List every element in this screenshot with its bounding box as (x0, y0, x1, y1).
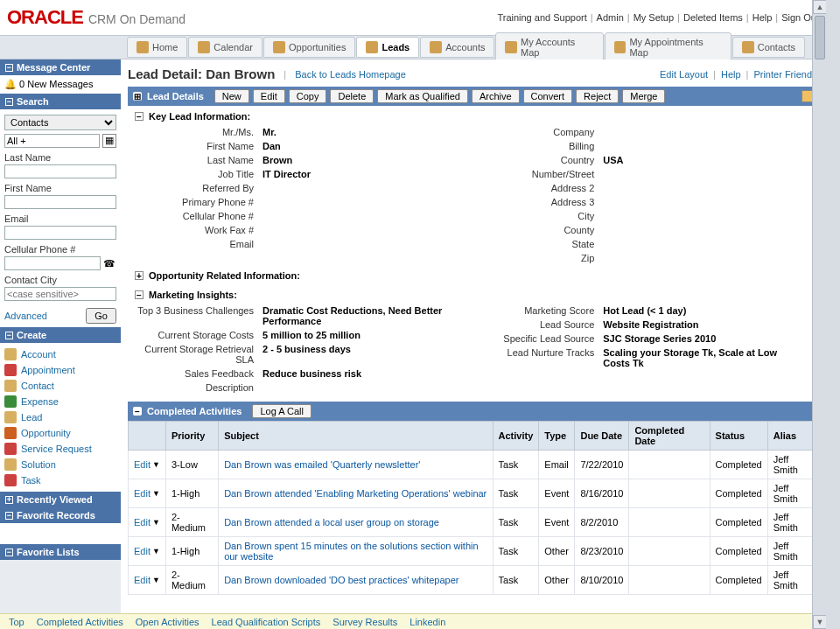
tab-my-appointments-map[interactable]: My Appointments Map (605, 32, 732, 62)
table-header[interactable] (129, 422, 166, 451)
detail-link-printer-friendly[interactable]: Printer Friendly (753, 69, 819, 80)
search-input-first-name[interactable] (4, 195, 116, 209)
row-menu-icon[interactable]: ▼ (152, 489, 160, 498)
edit-link[interactable]: Edit (134, 575, 150, 585)
scroll-down-button[interactable]: ▼ (813, 615, 827, 629)
log-a-call-button[interactable]: Log A Call (252, 404, 312, 418)
scroll-up-button[interactable]: ▲ (813, 0, 827, 14)
create-link-appointment[interactable]: Appointment (21, 365, 75, 375)
edit-link[interactable]: Edit (134, 517, 150, 528)
copy-button[interactable]: Copy (289, 89, 327, 103)
favorite-lists-title: Favorite Lists (17, 547, 80, 557)
tab-accounts[interactable]: Accounts (420, 37, 494, 58)
collapse-icon[interactable]: − (5, 332, 13, 339)
search-input-email[interactable] (4, 226, 116, 240)
lookup-icon[interactable]: ▦ (102, 134, 116, 148)
footer-link-survey-results[interactable]: Survey Results (332, 617, 397, 627)
go-button[interactable]: Go (86, 308, 116, 324)
tab-leads[interactable]: Leads (356, 37, 419, 58)
table-header[interactable]: Due Date (575, 422, 629, 451)
merge-button[interactable]: Merge (622, 89, 665, 103)
create-header[interactable]: −Create (0, 327, 121, 343)
top-link-my-setup[interactable]: My Setup (634, 12, 674, 23)
table-header[interactable]: Type (539, 422, 575, 451)
edit-link[interactable]: Edit (134, 488, 150, 499)
collapse-icon[interactable]: − (5, 64, 13, 72)
archive-button[interactable]: Archive (472, 89, 520, 103)
phone-icon[interactable]: ☎ (103, 258, 116, 269)
search-header[interactable]: −Search (0, 94, 121, 109)
footer-link-lead-qualification-scripts[interactable]: Lead Qualification Scripts (212, 617, 321, 627)
table-header[interactable]: Activity (493, 422, 539, 451)
top-link-training-and-support[interactable]: Training and Support (497, 12, 586, 23)
scroll-thumb[interactable] (815, 16, 825, 59)
table-header[interactable]: Subject (219, 422, 493, 451)
activity-subject-link[interactable]: Dan Brown attended a local user group on… (224, 517, 439, 528)
search-object-select[interactable]: Contacts (4, 115, 116, 130)
create-link-opportunity[interactable]: Opportunity (21, 428, 71, 438)
footer-link-linkedin[interactable]: Linkedin (410, 617, 445, 627)
row-menu-icon[interactable]: ▼ (152, 460, 160, 469)
search-all-input[interactable] (4, 134, 100, 148)
message-center-header[interactable]: −Message Center (0, 59, 121, 75)
collapse-icon[interactable]: − (133, 407, 142, 416)
search-input-last-name[interactable] (4, 164, 116, 178)
create-link-account[interactable]: Account (21, 349, 56, 360)
expand-icon[interactable]: + (5, 496, 13, 504)
search-input-contact-city[interactable] (4, 287, 116, 301)
favorite-records-header[interactable]: −Favorite Records (0, 507, 121, 523)
activity-subject-link[interactable]: Dan Brown spent 15 minutes on the soluti… (224, 541, 478, 562)
detail-link-edit-layout[interactable]: Edit Layout (660, 69, 708, 80)
tab-contacts[interactable]: Contacts (732, 37, 805, 58)
create-link-lead[interactable]: Lead (21, 412, 42, 423)
expand-all-icon[interactable]: ⊞ (133, 92, 142, 101)
new-button[interactable]: New (214, 89, 249, 103)
convert-button[interactable]: Convert (523, 89, 573, 103)
collapse-icon[interactable]: − (5, 98, 13, 106)
tab-home[interactable]: Home (127, 37, 187, 58)
collapse-icon[interactable]: − (5, 512, 13, 520)
tab-calendar[interactable]: Calendar (188, 37, 262, 58)
table-header[interactable]: Status (710, 422, 767, 451)
activity-subject-link[interactable]: Dan Brown attended 'Enabling Marketing O… (224, 488, 486, 499)
table-header[interactable]: Alias (767, 422, 818, 451)
create-link-service-request[interactable]: Service Request (21, 444, 92, 454)
activity-subject-link[interactable]: Dan Brown downloaded 'DO best practices'… (224, 575, 458, 585)
back-link[interactable]: Back to Leads Homepage (295, 69, 406, 80)
tab-opportunities[interactable]: Opportunities (263, 37, 355, 58)
row-menu-icon[interactable]: ▼ (152, 547, 160, 556)
edit-button[interactable]: Edit (253, 89, 285, 103)
mark-as-qualified-button[interactable]: Mark as Qualified (377, 89, 468, 103)
edit-link[interactable]: Edit (134, 459, 150, 470)
create-link-expense[interactable]: Expense (21, 396, 59, 407)
collapse-icon[interactable]: − (135, 290, 144, 299)
create-link-contact[interactable]: Contact (21, 381, 54, 391)
edit-link[interactable]: Edit (134, 546, 150, 556)
top-link-deleted-items[interactable]: Deleted Items (683, 12, 743, 23)
delete-button[interactable]: Delete (330, 89, 374, 103)
expand-icon[interactable]: + (135, 271, 144, 280)
row-menu-icon[interactable]: ▼ (152, 576, 160, 584)
table-header[interactable]: Completed Date (629, 422, 710, 451)
activity-subject-link[interactable]: Dan Brown was emailed 'Quarterly newslet… (224, 459, 420, 470)
detail-link-help[interactable]: Help (721, 69, 741, 80)
row-menu-icon[interactable]: ▼ (152, 518, 160, 527)
footer-link-top[interactable]: Top (9, 617, 24, 627)
vertical-scrollbar[interactable]: ▲ ▼ (812, 0, 826, 629)
table-header[interactable]: Priority (165, 422, 218, 451)
advanced-search-link[interactable]: Advanced (4, 311, 47, 321)
top-link-admin[interactable]: Admin (597, 12, 624, 23)
search-input-cellular-phone-[interactable] (4, 256, 101, 270)
table-cell (629, 508, 710, 537)
collapse-icon[interactable]: − (5, 549, 13, 556)
collapse-icon[interactable]: − (135, 112, 144, 121)
tab-my-accounts-map[interactable]: My Accounts Map (495, 32, 603, 62)
footer-link-completed-activities[interactable]: Completed Activities (37, 617, 123, 627)
reject-button[interactable]: Reject (576, 89, 619, 103)
create-link-task[interactable]: Task (21, 475, 41, 486)
favorite-lists-header[interactable]: −Favorite Lists (0, 544, 121, 560)
footer-link-open-activities[interactable]: Open Activities (136, 617, 200, 627)
recently-viewed-header[interactable]: +Recently Viewed (0, 492, 121, 507)
create-link-solution[interactable]: Solution (21, 459, 56, 470)
top-link-help[interactable]: Help (752, 12, 773, 23)
